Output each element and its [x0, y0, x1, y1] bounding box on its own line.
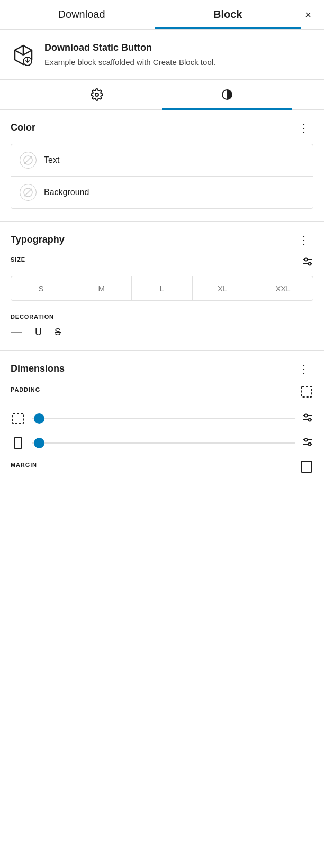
- margin-label: MARGIN: [11, 461, 37, 468]
- dimensions-section-title: Dimensions: [11, 363, 65, 374]
- background-color-swatch: [20, 184, 37, 201]
- padding-all-sides-icon: [11, 411, 25, 426]
- no-color-icon-bg: [23, 187, 33, 198]
- sub-tab-styles[interactable]: [162, 80, 292, 109]
- svg-point-14: [305, 414, 308, 417]
- padding-slider-adjust-2[interactable]: [302, 436, 313, 450]
- padding-slider-row-1: [11, 411, 313, 426]
- padding-slider-2[interactable]: [32, 438, 295, 448]
- tab-block[interactable]: Block: [155, 1, 301, 28]
- color-option-background[interactable]: Background: [11, 176, 313, 208]
- padding-label: PADDING: [11, 386, 40, 393]
- size-option-l[interactable]: L: [132, 276, 192, 300]
- decoration-strikethrough-button[interactable]: S: [55, 327, 61, 337]
- decoration-label: DECORATION: [11, 313, 54, 320]
- padding-horizontal-icon: [11, 436, 25, 450]
- svg-rect-17: [14, 438, 22, 448]
- padding-slider-adjust-1[interactable]: [302, 412, 313, 426]
- typography-more-button[interactable]: ⋮: [294, 233, 313, 247]
- no-color-icon: [23, 155, 33, 165]
- padding-linked-icon[interactable]: [300, 385, 313, 401]
- typography-section-header: Typography ⋮: [11, 233, 313, 247]
- background-color-label: Background: [44, 188, 89, 197]
- color-option-text[interactable]: Text: [11, 144, 313, 176]
- svg-rect-11: [301, 386, 312, 397]
- svg-line-6: [24, 189, 32, 196]
- dimensions-section: Dimensions ⋮ PADDING: [0, 351, 324, 488]
- gear-icon: [91, 88, 103, 101]
- dimensions-section-header: Dimensions ⋮: [11, 362, 313, 376]
- size-option-m[interactable]: M: [71, 276, 132, 300]
- size-sub-header: SIZE: [11, 256, 313, 270]
- size-option-s[interactable]: S: [11, 276, 71, 300]
- svg-point-19: [305, 438, 308, 441]
- svg-point-10: [309, 262, 311, 265]
- decoration-none-button[interactable]: —: [11, 326, 22, 338]
- size-adjust-icon[interactable]: [302, 256, 313, 270]
- slider-thumb-2[interactable]: [34, 438, 44, 448]
- block-description: Example block scaffolded with Create Blo…: [44, 57, 215, 69]
- margin-linked-icon[interactable]: [300, 460, 313, 476]
- slider-track-2: [32, 442, 295, 444]
- svg-line-4: [24, 156, 32, 164]
- size-label: SIZE: [11, 256, 25, 263]
- close-button[interactable]: ×: [301, 5, 316, 24]
- svg-point-8: [305, 258, 308, 261]
- block-icon: [11, 42, 36, 68]
- top-tab-bar: Download Block ×: [0, 0, 324, 30]
- block-info-section: Download Static Button Example block sca…: [0, 30, 324, 80]
- svg-point-16: [309, 418, 311, 421]
- padding-slider-1[interactable]: [32, 413, 295, 424]
- sub-tab-bar: [0, 80, 324, 110]
- decoration-row: — U S: [11, 326, 313, 338]
- typography-section: Typography ⋮ SIZE S M L XL XXL DECORATIO…: [0, 222, 324, 351]
- color-more-button[interactable]: ⋮: [294, 121, 313, 135]
- margin-header: MARGIN: [11, 460, 313, 476]
- typography-section-title: Typography: [11, 234, 65, 245]
- svg-point-21: [309, 442, 311, 445]
- tab-download[interactable]: Download: [8, 1, 155, 28]
- text-color-label: Text: [44, 155, 59, 165]
- slider-track-1: [32, 418, 295, 419]
- styles-icon: [221, 88, 233, 101]
- padding-header: PADDING: [11, 385, 313, 401]
- svg-rect-22: [301, 461, 312, 472]
- color-section-title: Color: [11, 122, 35, 133]
- dimensions-more-button[interactable]: ⋮: [294, 362, 313, 376]
- block-title: Download Static Button: [44, 42, 215, 53]
- size-option-xxl[interactable]: XXL: [253, 276, 313, 300]
- block-text: Download Static Button Example block sca…: [44, 42, 215, 69]
- slider-thumb-1[interactable]: [34, 413, 44, 424]
- color-options-list: Text Background: [11, 144, 313, 209]
- decoration-sub-section: DECORATION — U S: [11, 311, 313, 338]
- sub-tab-settings[interactable]: [32, 80, 162, 109]
- padding-slider-row-2: [11, 436, 313, 450]
- size-grid: S M L XL XXL: [11, 276, 313, 301]
- svg-rect-12: [13, 413, 23, 424]
- color-section: Color ⋮ Text Background: [0, 110, 324, 222]
- decoration-underline-button[interactable]: U: [35, 327, 42, 337]
- color-section-header: Color ⋮: [11, 121, 313, 135]
- size-option-xl[interactable]: XL: [193, 276, 253, 300]
- svg-point-1: [95, 93, 98, 96]
- text-color-swatch: [20, 152, 37, 169]
